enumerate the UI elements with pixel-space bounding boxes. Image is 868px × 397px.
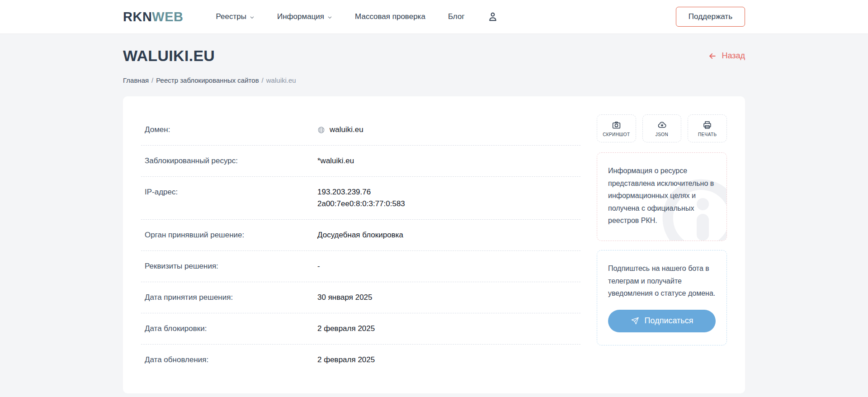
detail-row-domain: Домен: waluiki.eu [141, 114, 580, 146]
detail-row-decision-authority: Орган принявший решение: Досудебная блок… [141, 220, 580, 251]
row-value-domain: waluiki.eu [330, 124, 363, 136]
logo-part-rkn: RKN [123, 9, 152, 24]
nav-item-blog[interactable]: Блог [448, 12, 465, 21]
subscribe-button-label: Подписаться [645, 316, 693, 326]
nav-item-label: Блог [448, 12, 465, 21]
paper-plane-icon [631, 317, 639, 325]
breadcrumb-current: waluiki.eu [266, 76, 296, 84]
row-label: Орган принявший решение: [145, 229, 317, 241]
main-content: WALUIKI.EU Назад Главная / Реестр заблок… [123, 47, 745, 393]
print-button[interactable]: ПЕЧАТЬ [688, 114, 727, 142]
row-label: Заблокированный ресурс: [145, 155, 317, 167]
detail-row-blocked-resource: Заблокированный ресурс: *waluiki.eu [141, 146, 580, 177]
site-header: RKNWEB Реестры Информация Массовая прове… [0, 0, 868, 34]
page-title: WALUIKI.EU [123, 47, 215, 65]
chevron-down-icon [327, 15, 332, 20]
row-value-decision-date: 30 января 2025 [317, 292, 373, 303]
nav-item-label: Реестры [216, 12, 246, 21]
row-value-block-date: 2 февраля 2025 [317, 323, 375, 335]
row-label: Реквизиты решения: [145, 260, 317, 272]
row-label: Дата блокировки: [145, 323, 317, 335]
support-button[interactable]: Поддержать [676, 7, 745, 27]
detail-row-decision-date: Дата принятия решения: 30 января 2025 [141, 282, 580, 313]
row-label: Домен: [145, 124, 317, 136]
action-label: ПЕЧАТЬ [698, 132, 717, 137]
user-icon [487, 11, 498, 22]
action-label: JSON [656, 132, 668, 137]
breadcrumb-home[interactable]: Главная [123, 76, 149, 84]
detail-row-update-date: Дата обновления: 2 февраля 2025 [141, 345, 580, 375]
details-table: Домен: waluiki.eu Заблокированный ресурс… [141, 114, 580, 375]
back-link[interactable]: Назад [708, 51, 745, 61]
nav-item-bulk-check[interactable]: Массовая проверка [355, 12, 425, 21]
cloud-download-icon [657, 120, 667, 130]
nav-item-label: Массовая проверка [355, 12, 425, 21]
breadcrumb-registry[interactable]: Реестр заблокированных сайтов [156, 76, 259, 84]
breadcrumb-separator: / [262, 76, 264, 84]
detail-row-block-date: Дата блокировки: 2 февраля 2025 [141, 313, 580, 345]
row-label: Дата обновления: [145, 354, 317, 366]
domain-details-card: Домен: waluiki.eu Заблокированный ресурс… [123, 96, 745, 393]
row-value-decision-authority: Досудебная блокировка [317, 229, 403, 241]
chevron-down-icon [250, 15, 255, 20]
row-label: Дата принятия решения: [145, 292, 317, 303]
printer-icon [703, 120, 712, 130]
row-value-decision-details: - [317, 260, 320, 272]
nav-item-information[interactable]: Информация [277, 12, 332, 21]
disclaimer-text: Информация о ресурсе представлена исключ… [608, 165, 716, 227]
user-account-button[interactable] [487, 11, 498, 22]
action-buttons: СКРИНШОТ JSON ПЕЧАТЬ [597, 114, 727, 142]
subscribe-button[interactable]: Подписаться [608, 310, 716, 332]
row-value-update-date: 2 февраля 2025 [317, 354, 375, 366]
logo-part-web: WEB [152, 9, 183, 24]
json-download-button[interactable]: JSON [642, 114, 682, 142]
camera-icon [612, 120, 621, 130]
disclaimer-box: Информация о ресурсе представлена исключ… [597, 152, 727, 241]
card-sidebar: СКРИНШОТ JSON ПЕЧАТЬ Информация о ресурс… [597, 114, 727, 375]
telegram-subscribe-box: Подпиштесь на нашего бота в телеграм и п… [597, 250, 727, 345]
row-value-ip-address: 193.203.239.76 2a00:7ee0:8:0:3:77:0:583 [317, 186, 405, 210]
site-favicon-icon [317, 126, 325, 134]
screenshot-button[interactable]: СКРИНШОТ [597, 114, 636, 142]
breadcrumb-separator: / [151, 76, 153, 84]
arrow-left-icon [708, 52, 717, 61]
action-label: СКРИНШОТ [603, 132, 630, 137]
site-logo[interactable]: RKNWEB [123, 9, 184, 24]
back-link-label: Назад [722, 51, 745, 61]
breadcrumb: Главная / Реестр заблокированных сайтов … [123, 76, 745, 84]
main-nav: Реестры Информация Массовая проверка Бло… [216, 11, 498, 22]
detail-row-decision-details: Реквизиты решения: - [141, 251, 580, 282]
telegram-subscribe-text: Подпиштесь на нашего бота в телеграм и п… [608, 262, 716, 300]
row-label: IP-адрес: [145, 186, 317, 198]
detail-row-ip-address: IP-адрес: 193.203.239.76 2a00:7ee0:8:0:3… [141, 177, 580, 220]
nav-item-label: Информация [277, 12, 324, 21]
row-value-blocked-resource: *waluiki.eu [317, 155, 354, 167]
nav-item-registries[interactable]: Реестры [216, 12, 255, 21]
